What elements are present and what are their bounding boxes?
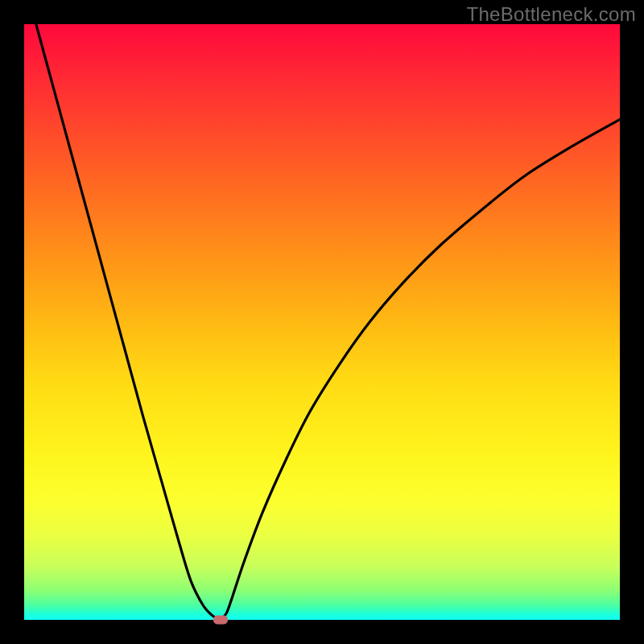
left-branch-path <box>36 24 221 620</box>
chart-frame: TheBottleneck.com <box>0 0 644 644</box>
watermark-text: TheBottleneck.com <box>466 3 636 26</box>
plot-area <box>24 24 620 620</box>
right-branch-path <box>221 119 620 620</box>
curve-svg <box>24 24 620 620</box>
minimum-marker <box>213 616 228 625</box>
